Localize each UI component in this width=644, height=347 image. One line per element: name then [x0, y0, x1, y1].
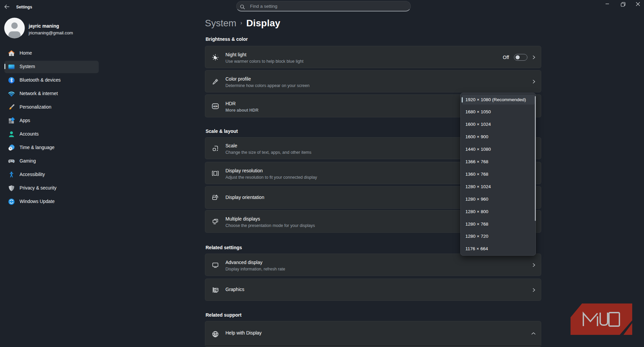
svg-text:HDR: HDR — [213, 105, 218, 108]
